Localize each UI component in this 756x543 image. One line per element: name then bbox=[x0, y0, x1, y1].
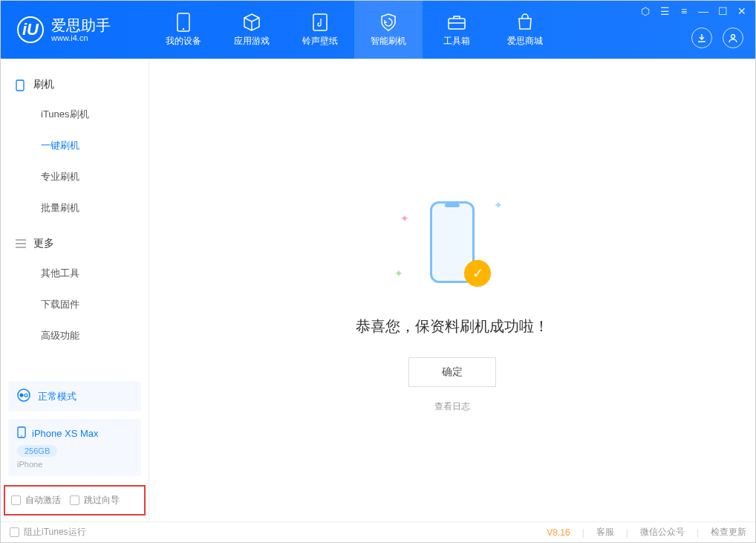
status-label: 正常模式 bbox=[38, 390, 76, 403]
nav-apps-games[interactable]: 应用游戏 bbox=[218, 1, 286, 59]
check-badge-icon: ✓ bbox=[464, 260, 491, 287]
sidebar-item-batch-flash[interactable]: 批量刷机 bbox=[1, 192, 149, 224]
flash-options-highlighted: 自动激活 跳过向导 bbox=[4, 485, 146, 516]
sidebar-item-pro-flash[interactable]: 专业刷机 bbox=[1, 161, 149, 192]
svg-rect-3 bbox=[449, 19, 465, 29]
success-message: 恭喜您，保资料刷机成功啦！ bbox=[356, 316, 549, 336]
checkbox-icon[interactable] bbox=[70, 495, 79, 505]
device-info[interactable]: iPhone XS Max 256GB iPhone bbox=[8, 419, 141, 476]
sparkle-icon: ✦ bbox=[400, 212, 409, 224]
view-log-link[interactable]: 查看日志 bbox=[434, 400, 470, 413]
option-skip-guide[interactable]: 跳过向导 bbox=[70, 494, 120, 507]
device-type: iPhone bbox=[17, 460, 132, 469]
main-nav: 我的设备 应用游戏 铃声壁纸 智能刷机 工具箱 爱思商城 bbox=[149, 1, 559, 59]
support-link[interactable]: 客服 bbox=[596, 526, 614, 539]
window-controls: ⬡ ☰ ≡ — ☐ ✕ bbox=[639, 5, 748, 17]
sidebar-item-itunes-flash[interactable]: iTunes刷机 bbox=[1, 99, 149, 130]
svg-point-8 bbox=[25, 394, 27, 397]
nav-store[interactable]: 爱思商城 bbox=[491, 1, 559, 59]
maximize-button[interactable]: ☐ bbox=[717, 5, 729, 17]
device-status[interactable]: 正常模式 bbox=[8, 381, 141, 412]
checkbox-icon[interactable] bbox=[11, 495, 21, 505]
status-icon bbox=[17, 388, 30, 404]
nav-smart-flash[interactable]: 智能刷机 bbox=[354, 1, 423, 59]
check-update-link[interactable]: 检查更新 bbox=[711, 526, 746, 539]
svg-point-1 bbox=[183, 27, 184, 29]
svg-point-7 bbox=[20, 394, 24, 397]
status-bar: 阻止iTunes运行 V8.16 | 客服 | 微信公众号 | 检查更新 bbox=[1, 521, 755, 542]
list-icon[interactable]: ☰ bbox=[659, 5, 671, 17]
svg-point-4 bbox=[731, 35, 735, 39]
sidebar-item-oneclick-flash[interactable]: 一键刷机 bbox=[1, 130, 149, 161]
bag-icon bbox=[515, 13, 535, 32]
music-icon bbox=[310, 13, 330, 32]
option-block-itunes[interactable]: 阻止iTunes运行 bbox=[10, 526, 86, 539]
user-button[interactable] bbox=[723, 27, 743, 48]
sparkle-icon: ✦ bbox=[494, 199, 503, 211]
download-button[interactable] bbox=[691, 27, 712, 48]
shirt-icon[interactable]: ⬡ bbox=[639, 5, 651, 17]
confirm-button[interactable]: 确定 bbox=[408, 357, 496, 387]
sparkle-icon: ✦ bbox=[394, 267, 403, 279]
nav-toolbox[interactable]: 工具箱 bbox=[423, 1, 491, 59]
toolbox-icon bbox=[447, 13, 466, 32]
option-auto-activate[interactable]: 自动激活 bbox=[11, 494, 61, 507]
app-title: 爱思助手 bbox=[51, 17, 111, 33]
phone-icon bbox=[16, 79, 26, 90]
app-subtitle: www.i4.cn bbox=[51, 33, 111, 43]
svg-rect-2 bbox=[313, 14, 327, 30]
app-logo: iU 爱思助手 www.i4.cn bbox=[1, 16, 149, 43]
success-illustration: ✦ ✦ ✦ ✓ bbox=[408, 198, 497, 294]
svg-point-10 bbox=[21, 435, 22, 437]
app-header: iU 爱思助手 www.i4.cn 我的设备 应用游戏 铃声壁纸 智能刷机 工具… bbox=[1, 1, 755, 59]
close-button[interactable]: ✕ bbox=[736, 5, 748, 17]
main-content: ✦ ✦ ✦ ✓ 恭喜您，保资料刷机成功啦！ 确定 查看日志 bbox=[149, 59, 755, 521]
list-icon bbox=[16, 238, 26, 249]
version-label: V8.16 bbox=[547, 527, 570, 538]
menu-icon[interactable]: ≡ bbox=[678, 5, 690, 17]
wechat-link[interactable]: 微信公众号 bbox=[640, 526, 685, 539]
device-icon bbox=[17, 426, 26, 440]
cube-icon bbox=[242, 13, 261, 32]
nav-ringtones[interactable]: 铃声壁纸 bbox=[286, 1, 354, 59]
sidebar-item-download-firmware[interactable]: 下载固件 bbox=[1, 289, 149, 320]
device-name-label: iPhone XS Max bbox=[32, 428, 99, 439]
sidebar-item-other-tools[interactable]: 其他工具 bbox=[1, 258, 149, 289]
nav-my-device[interactable]: 我的设备 bbox=[149, 1, 218, 59]
logo-icon: iU bbox=[17, 16, 44, 43]
sidebar: 刷机 iTunes刷机 一键刷机 专业刷机 批量刷机 更多 其他工具 下载固件 … bbox=[1, 59, 149, 521]
sidebar-item-advanced[interactable]: 高级功能 bbox=[1, 320, 149, 351]
checkbox-icon[interactable] bbox=[10, 527, 19, 537]
svg-rect-5 bbox=[16, 80, 24, 91]
sidebar-group-label: 刷机 bbox=[33, 78, 54, 91]
minimize-button[interactable]: — bbox=[697, 5, 709, 17]
device-capacity: 256GB bbox=[17, 445, 57, 457]
sidebar-group-more: 更多 bbox=[1, 224, 149, 258]
sidebar-group-label: 更多 bbox=[33, 237, 54, 250]
shield-icon bbox=[379, 13, 398, 32]
device-icon bbox=[174, 13, 193, 32]
sidebar-group-flash: 刷机 bbox=[1, 65, 149, 99]
